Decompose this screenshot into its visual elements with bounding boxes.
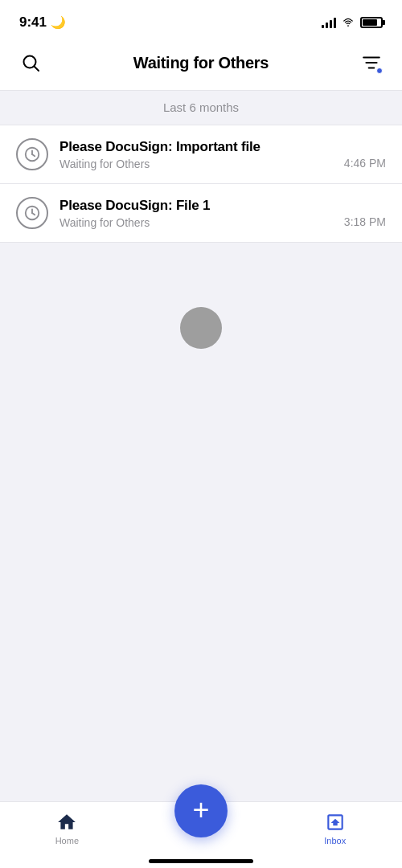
status-icons bbox=[322, 17, 383, 28]
fab-button[interactable]: + bbox=[174, 784, 228, 837]
doc-info-1: Please DocuSign: Important file Waiting … bbox=[59, 139, 344, 170]
date-filter-section: Last 6 months bbox=[0, 91, 402, 125]
search-icon bbox=[21, 53, 40, 72]
clock-icon-1 bbox=[16, 138, 48, 170]
svg-line-8 bbox=[32, 154, 35, 156]
search-button[interactable] bbox=[16, 48, 45, 77]
status-bar: 9:41 🌙 bbox=[0, 0, 402, 40]
date-filter-label: Last 6 months bbox=[163, 100, 239, 114]
header: Waiting for Others bbox=[0, 40, 402, 91]
document-list: Please DocuSign: Important file Waiting … bbox=[0, 125, 402, 243]
bottom-nav: Home Inbox + bbox=[0, 801, 402, 868]
nav-item-home[interactable]: Home bbox=[0, 809, 134, 849]
doc-title-1: Please DocuSign: Important file bbox=[59, 139, 344, 155]
svg-line-11 bbox=[32, 213, 35, 215]
moon-icon: 🌙 bbox=[51, 15, 66, 30]
doc-time-2: 3:18 PM bbox=[344, 215, 386, 229]
inbox-label: Inbox bbox=[324, 836, 346, 845]
doc-subtitle-1: Waiting for Others bbox=[59, 158, 344, 170]
doc-info-2: Please DocuSign: File 1 Waiting for Othe… bbox=[59, 198, 344, 229]
svg-line-2 bbox=[35, 67, 39, 72]
home-indicator bbox=[149, 859, 253, 863]
battery-icon bbox=[360, 17, 383, 28]
status-time: 9:41 🌙 bbox=[19, 14, 66, 31]
home-icon bbox=[56, 812, 77, 833]
svg-point-0 bbox=[347, 25, 349, 27]
fab-plus-icon: + bbox=[192, 796, 209, 825]
filter-button[interactable] bbox=[357, 48, 386, 77]
doc-item-2[interactable]: Please DocuSign: File 1 Waiting for Othe… bbox=[0, 184, 402, 243]
inbox-icon bbox=[325, 812, 346, 833]
doc-title-2: Please DocuSign: File 1 bbox=[59, 198, 344, 214]
doc-time-1: 4:46 PM bbox=[344, 157, 386, 170]
signal-icon bbox=[322, 17, 336, 28]
empty-area bbox=[0, 243, 402, 645]
wifi-icon bbox=[341, 17, 355, 28]
nav-item-inbox[interactable]: Inbox bbox=[268, 809, 402, 849]
page-title: Waiting for Others bbox=[133, 54, 269, 72]
doc-subtitle-2: Waiting for Others bbox=[59, 216, 344, 229]
clock-icon-2 bbox=[16, 197, 48, 229]
time-display: 9:41 bbox=[19, 14, 47, 31]
loading-indicator bbox=[180, 307, 222, 349]
home-label: Home bbox=[55, 836, 79, 845]
filter-active-dot bbox=[376, 68, 383, 74]
doc-item-1[interactable]: Please DocuSign: Important file Waiting … bbox=[0, 125, 402, 184]
